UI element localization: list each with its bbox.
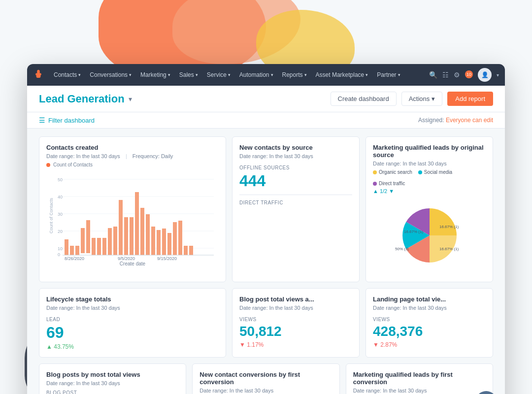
filter-dashboard-link[interactable]: ☰ Filter dashboard bbox=[39, 116, 95, 124]
conversions-title: New contact conversions by first convers… bbox=[200, 371, 332, 386]
blog-views-value: 50,812 bbox=[239, 324, 352, 339]
svg-text:Count of Contacts: Count of Contacts bbox=[49, 197, 54, 233]
contacts-created-subtitle: Date range: In the last 30 days | Freque… bbox=[46, 153, 219, 159]
svg-rect-20 bbox=[113, 227, 117, 255]
lead-change: ▲ 43.75% bbox=[46, 343, 219, 350]
legend-social: Social media bbox=[418, 169, 452, 175]
page-header: Lead Generation ▾ Create dashboard Actio… bbox=[27, 86, 505, 112]
bottom-row: Blog posts by most total views Date rang… bbox=[39, 363, 493, 394]
svg-rect-30 bbox=[167, 233, 171, 255]
mql-pagination[interactable]: ▲ 1/2 ▼ bbox=[373, 188, 486, 194]
settings-icon[interactable]: ⚙ bbox=[454, 71, 460, 79]
pie-label-1: 16.67% (1) bbox=[439, 225, 459, 229]
bar-chart-svg: 50 40 30 20 10 0 Count of Contacts bbox=[46, 171, 219, 260]
nav-contacts[interactable]: Contacts▾ bbox=[50, 69, 85, 80]
nav-right: 🔍 ☷ ⚙ 10 👤 ▾ bbox=[429, 68, 499, 82]
pie-chart-container: 16.67% (1) 16.67% (1) 50% (3) 16.67% (1) bbox=[373, 196, 486, 275]
nav-marketing[interactable]: Marketing▾ bbox=[136, 69, 174, 80]
mql-by-source-card: Marketing qualified leads by original so… bbox=[366, 136, 493, 282]
bar-chart-area: 50 40 30 20 10 0 Count of Contacts bbox=[46, 171, 219, 260]
hubspot-logo bbox=[33, 68, 44, 82]
landing-page-views-card: Landing page total vie... Date range: In… bbox=[366, 288, 493, 358]
pie-label-3: 16.67% (1) bbox=[404, 230, 423, 234]
svg-rect-31 bbox=[173, 222, 177, 255]
offline-sources-label: OFFLINE SOURCES bbox=[239, 165, 352, 170]
svg-rect-16 bbox=[92, 238, 96, 255]
blog-views-change: ▼ 1.17% bbox=[239, 341, 352, 348]
service-chevron: ▾ bbox=[228, 72, 231, 77]
nav-sales[interactable]: Sales▾ bbox=[175, 69, 202, 80]
filter-icon: ☰ bbox=[39, 116, 45, 124]
legend-direct: Direct traffic bbox=[373, 181, 405, 186]
add-report-button[interactable]: Add report bbox=[447, 92, 493, 106]
header-actions: Create dashboard Actions ▾ Add report bbox=[331, 92, 493, 106]
svg-text:40: 40 bbox=[58, 195, 63, 199]
nav-asset-marketplace[interactable]: Asset Marketplace▾ bbox=[312, 69, 372, 80]
mql-conv-subtitle: Date range: In the last 30 days bbox=[353, 388, 486, 394]
page-title: Lead Generation bbox=[39, 93, 125, 105]
new-contacts-title: New contacts by source bbox=[239, 144, 352, 151]
svg-rect-22 bbox=[124, 217, 128, 255]
nav-partner[interactable]: Partner▾ bbox=[373, 69, 404, 80]
svg-rect-29 bbox=[162, 229, 166, 255]
blog-views-subtitle: Date range: In the last 30 days bbox=[239, 305, 352, 311]
search-icon[interactable]: 🔍 bbox=[429, 71, 437, 79]
chart-legend-label: Count of Contacts bbox=[53, 162, 93, 167]
blog-views-label: VIEWS bbox=[239, 317, 352, 322]
svg-text:9/15/2020: 9/15/2020 bbox=[157, 256, 177, 260]
arrow-down-icon2: ▼ bbox=[373, 341, 379, 348]
svg-rect-28 bbox=[157, 230, 161, 255]
svg-text:30: 30 bbox=[58, 212, 63, 217]
svg-rect-21 bbox=[119, 200, 123, 255]
mql-conv-title: Marketing qualified leads by first conve… bbox=[353, 371, 486, 386]
landing-views-change: ▼ 2.87% bbox=[373, 341, 486, 348]
sub-header: ☰ Filter dashboard Assigned: Everyone ca… bbox=[27, 112, 505, 129]
partner-chevron: ▾ bbox=[398, 72, 400, 77]
svg-text:8/26/2020: 8/26/2020 bbox=[65, 256, 84, 260]
nav-items: Contacts▾ Conversations▾ Marketing▾ Sale… bbox=[50, 69, 429, 80]
organic-dot bbox=[373, 170, 377, 174]
svg-rect-33 bbox=[184, 246, 188, 255]
title-dropdown-icon[interactable]: ▾ bbox=[129, 95, 132, 103]
avatar-chevron: ▾ bbox=[497, 72, 499, 78]
blog-most-subtitle: Date range: In the last 30 days bbox=[46, 380, 179, 386]
pie-segment-yellow bbox=[430, 208, 457, 235]
notification-badge[interactable]: 10 bbox=[465, 70, 473, 78]
svg-rect-13 bbox=[75, 246, 79, 255]
blog-views-title: Blog post total views a... bbox=[239, 296, 352, 303]
bar-0 bbox=[65, 239, 68, 255]
nav-conversations[interactable]: Conversations▾ bbox=[86, 69, 135, 80]
user-avatar[interactable]: 👤 bbox=[478, 68, 492, 82]
svg-rect-18 bbox=[102, 238, 106, 255]
create-dashboard-button[interactable]: Create dashboard bbox=[331, 92, 397, 106]
assigned-value[interactable]: Everyone can edit bbox=[446, 117, 493, 124]
contacts-created-title: Contacts created bbox=[46, 144, 219, 151]
reports-chevron: ▾ bbox=[304, 72, 307, 77]
landing-views-subtitle: Date range: In the last 30 days bbox=[373, 305, 486, 311]
lead-value: 69 bbox=[46, 324, 219, 341]
grid-icon[interactable]: ☷ bbox=[442, 71, 449, 79]
direct-dot bbox=[373, 182, 377, 186]
assigned-text: Assigned: Everyone can edit bbox=[418, 117, 493, 124]
svg-text:20: 20 bbox=[58, 229, 63, 234]
svg-rect-23 bbox=[130, 217, 133, 255]
mql-subtitle: Date range: In the last 30 days bbox=[373, 161, 486, 166]
blog-most-title: Blog posts by most total views bbox=[46, 371, 179, 378]
nav-reports[interactable]: Reports▾ bbox=[278, 69, 311, 80]
new-contacts-subtitle: Date range: In the last 30 days bbox=[239, 153, 352, 159]
marketing-chevron: ▾ bbox=[168, 72, 170, 77]
lifecycle-title: Lifecycle stage totals bbox=[46, 296, 219, 303]
x-axis-title: Create date bbox=[46, 261, 219, 266]
offline-sources-value: 444 bbox=[239, 172, 352, 190]
blog-col-label: BLOG POST bbox=[46, 390, 179, 394]
pie-label-2: 16.67% (1) bbox=[439, 247, 459, 251]
mql-first-conversion-card: Marketing qualified leads by first conve… bbox=[346, 363, 493, 394]
lifecycle-stage-card: Lifecycle stage totals Date range: In th… bbox=[39, 288, 226, 358]
lead-label: LEAD bbox=[46, 317, 219, 322]
sales-chevron: ▾ bbox=[196, 72, 198, 77]
nav-automation[interactable]: Automation▾ bbox=[235, 69, 277, 80]
legend-dot bbox=[46, 163, 50, 167]
svg-rect-17 bbox=[97, 238, 101, 255]
nav-service[interactable]: Service▾ bbox=[203, 69, 234, 80]
actions-button[interactable]: Actions ▾ bbox=[401, 92, 443, 106]
